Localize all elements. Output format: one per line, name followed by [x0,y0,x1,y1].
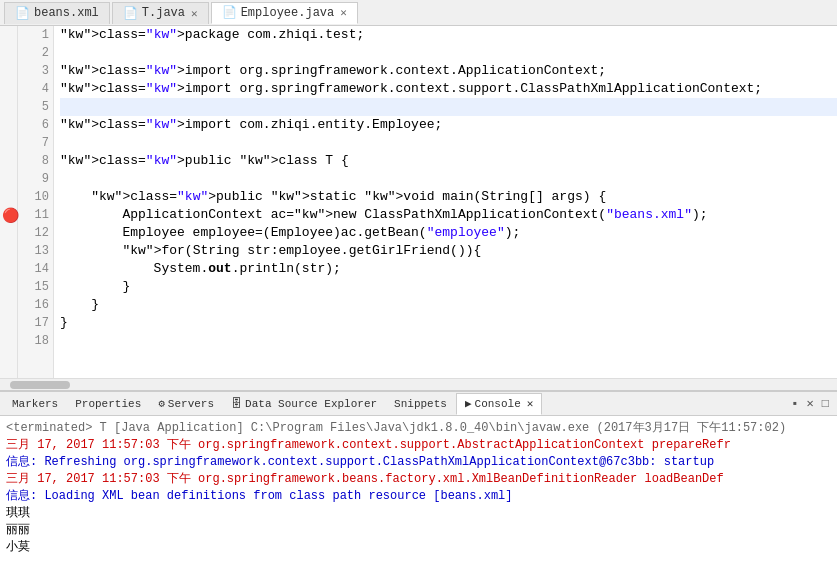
console-log-line: 三月 17, 2017 11:57:03 下午 org.springframew… [6,437,831,454]
tab-employee-java[interactable]: 📄 Employee.java ✕ [211,2,358,24]
tab-beans-xml[interactable]: 📄 beans.xml [4,2,110,24]
tab-label: Console [475,398,521,410]
tab-label: Employee.java [241,6,335,20]
code-line: } [60,278,837,296]
clear-console-button[interactable]: ▪ [787,397,802,411]
console-output-line: 琪琪 [6,505,831,522]
console-icon: ▶ [465,397,472,410]
code-line [60,170,837,188]
line-number: 3 [18,62,49,80]
line-numbers: 123456789101112131415161718 [18,26,54,378]
editor-container: 🔴 123456789101112131415161718 "kw">class… [0,26,837,378]
breakpoint-gutter: 🔴 [0,26,18,378]
line-number: 17 [18,314,49,332]
code-line: } [60,314,837,332]
console-log-line: 三月 17, 2017 11:57:03 下午 org.springframew… [6,471,831,488]
tab-label: Markers [12,398,58,410]
tab-label: beans.xml [34,6,99,20]
bottom-tab-bar: Markers Properties ⚙ Servers 🗄 Data Sour… [0,392,837,416]
line-number: 18 [18,332,49,350]
line-number: 15 [18,278,49,296]
code-line: ApplicationContext ac="kw">new ClassPath… [60,206,837,224]
line-number: 6 [18,116,49,134]
line-number: 10 [18,188,49,206]
code-line [60,98,837,116]
line-number: 8 [18,152,49,170]
horizontal-scrollbar[interactable] [0,378,837,390]
tab-t-java[interactable]: 📄 T.java ✕ [112,2,209,24]
tab-label: Data Source Explorer [245,398,377,410]
code-line: System.out.println(str); [60,260,837,278]
tab-close-icon[interactable]: ✕ [191,7,198,20]
code-line: } [60,296,837,314]
tab-label: Snippets [394,398,447,410]
bottom-panel: Markers Properties ⚙ Servers 🗄 Data Sour… [0,390,837,575]
tab-snippets[interactable]: Snippets [386,393,456,415]
file-icon: 📄 [123,6,138,21]
line-number: 12 [18,224,49,242]
console-toolbar: ▪ ✕ □ [787,396,837,411]
tab-console[interactable]: ▶ Console ✕ [456,393,542,415]
tab-servers[interactable]: ⚙ Servers [150,393,223,415]
datasource-icon: 🗄 [231,397,242,410]
file-icon: 📄 [15,6,30,21]
console-terminated-line: <terminated> T [Java Application] C:\Pro… [6,420,831,437]
line-number: 7 [18,134,49,152]
line-number: 16 [18,296,49,314]
hscroll-thumb[interactable] [10,381,70,389]
code-line: "kw">class="kw">import org.springframewo… [60,80,837,98]
code-line [60,44,837,62]
console-log-line: 信息: Loading XML bean definitions from cl… [6,488,831,505]
console-output-line: 小莫 [6,539,831,556]
line-number: 13 [18,242,49,260]
tab-datasource[interactable]: 🗄 Data Source Explorer [223,393,386,415]
console-tab-close[interactable]: ✕ [527,397,534,410]
line-number: 1 [18,26,49,44]
file-icon: 📄 [222,5,237,20]
maximize-console-button[interactable]: □ [818,397,833,411]
code-line: "kw">class="kw">public "kw">class T { [60,152,837,170]
code-line: "kw">for(String str:employee.getGirlFrie… [60,242,837,260]
tab-properties[interactable]: Properties [67,393,150,415]
line-number: 9 [18,170,49,188]
tab-label: Properties [75,398,141,410]
code-line: "kw">class="kw">import com.zhiqi.entity.… [60,116,837,134]
line-number: 14 [18,260,49,278]
tab-markers[interactable]: Markers [4,393,67,415]
code-line: "kw">class="kw">import org.springframewo… [60,62,837,80]
code-line: "kw">class="kw">package com.zhiqi.test; [60,26,837,44]
console-output: <terminated> T [Java Application] C:\Pro… [0,416,837,575]
code-line: Employee employee=(Employee)ac.getBean("… [60,224,837,242]
code-area[interactable]: "kw">class="kw">package com.zhiqi.test;"… [54,26,837,378]
breakpoint-marker: 🔴 [2,207,19,224]
code-line: "kw">class="kw">public "kw">static "kw">… [60,188,837,206]
line-number: 5 [18,98,49,116]
tab-close-icon[interactable]: ✕ [340,6,347,19]
line-number: 2 [18,44,49,62]
close-console-button[interactable]: ✕ [803,396,818,411]
tab-bar: 📄 beans.xml 📄 T.java ✕ 📄 Employee.java ✕ [0,0,837,26]
tab-label: T.java [142,6,185,20]
line-number: 4 [18,80,49,98]
tab-label: Servers [168,398,214,410]
line-number: 11 [18,206,49,224]
code-line [60,332,837,350]
code-line [60,134,837,152]
console-output-line: 丽丽 [6,522,831,539]
servers-icon: ⚙ [158,397,165,410]
console-log-line: 信息: Refreshing org.springframework.conte… [6,454,831,471]
